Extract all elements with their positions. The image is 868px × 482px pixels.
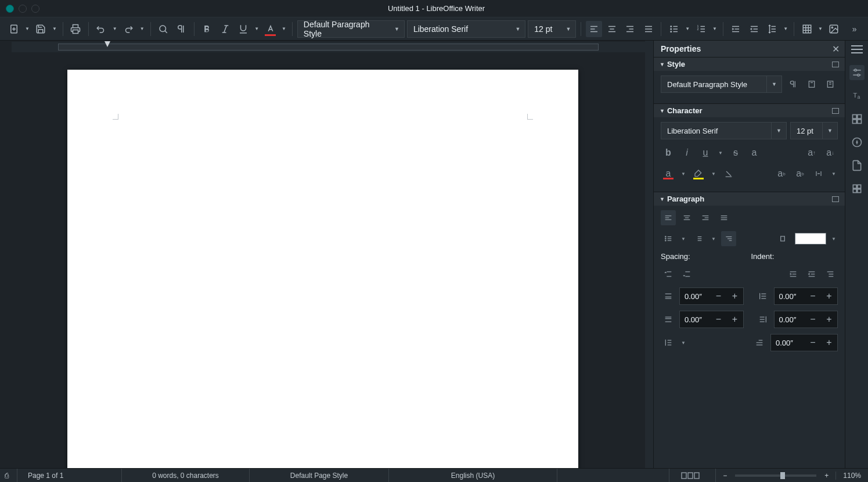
- increase-indent-small-button[interactable]: [786, 267, 801, 282]
- insert-table-button[interactable]: [799, 21, 815, 37]
- undo-button[interactable]: [93, 21, 109, 37]
- para-align-left-button[interactable]: [661, 210, 676, 225]
- sidebar-superscript-button[interactable]: ab: [774, 166, 789, 181]
- para-bullet-dropdown[interactable]: ▼: [679, 231, 687, 246]
- bold-button[interactable]: [199, 21, 215, 37]
- sidepanel-menu-button[interactable]: [851, 45, 863, 53]
- new-document-button[interactable]: [6, 21, 21, 37]
- window-minimize-button[interactable]: [19, 5, 27, 13]
- section-detach-icon[interactable]: [832, 62, 839, 67]
- status-language[interactable]: English (USA): [389, 469, 557, 482]
- sidebar-highlight-dropdown[interactable]: ▼: [709, 166, 718, 181]
- bullet-list-dropdown[interactable]: ▼: [684, 26, 691, 31]
- decrease-indent-small-button[interactable]: [804, 267, 819, 282]
- status-insert-mode[interactable]: [557, 469, 669, 482]
- window-maximize-button[interactable]: [31, 5, 39, 13]
- print-button[interactable]: [68, 21, 84, 37]
- font-size-combo[interactable]: 12 pt▼: [528, 20, 576, 38]
- new-document-dropdown[interactable]: ▼: [24, 26, 31, 31]
- insert-table-dropdown[interactable]: ▼: [817, 26, 824, 31]
- sidebar-char-spacing-button[interactable]: [811, 166, 826, 181]
- plus-button[interactable]: +: [821, 314, 837, 325]
- line-spacing-dropdown[interactable]: ▼: [782, 26, 789, 31]
- sidebar-decrease-font-button[interactable]: a↓: [823, 145, 838, 160]
- status-zoom-value[interactable]: 110%: [835, 472, 868, 480]
- plus-button[interactable]: +: [821, 291, 837, 301]
- undo-dropdown[interactable]: ▼: [111, 26, 118, 31]
- decrease-indent-button[interactable]: [746, 21, 762, 37]
- tab-styles-icon[interactable]: Ta: [849, 88, 865, 103]
- sidebar-underline-button[interactable]: u: [698, 145, 713, 160]
- edit-style-button[interactable]: [823, 77, 838, 92]
- para-bullet-list-button[interactable]: [661, 231, 676, 246]
- line-spacing-icon[interactable]: [661, 335, 676, 350]
- font-color-button[interactable]: [262, 21, 278, 37]
- font-color-dropdown[interactable]: ▼: [280, 26, 287, 31]
- underline-button[interactable]: [235, 21, 251, 37]
- align-left-button[interactable]: [586, 21, 602, 37]
- sidebar-font-name-combo[interactable]: Liberation Serif▼: [661, 122, 787, 139]
- zoom-out-button[interactable]: −: [721, 472, 729, 480]
- section-character-header[interactable]: ▼ Character: [654, 103, 845, 117]
- status-page-style[interactable]: Default Page Style: [250, 469, 389, 482]
- redo-dropdown[interactable]: ▼: [139, 26, 146, 31]
- toolbar-overflow-button[interactable]: »: [847, 21, 862, 37]
- sidebar-paragraph-style-combo[interactable]: Default Paragraph Style▼: [661, 75, 782, 93]
- zoom-control[interactable]: − +: [716, 472, 835, 480]
- align-justify-button[interactable]: [640, 21, 656, 37]
- save-dropdown[interactable]: ▼: [51, 26, 58, 31]
- find-button[interactable]: [155, 21, 171, 37]
- sidebar-font-color-dropdown[interactable]: ▼: [679, 166, 687, 181]
- decrease-para-spacing-button[interactable]: [679, 267, 694, 282]
- page-scroll-container[interactable]: [0, 52, 645, 468]
- sidebar-subscript-button[interactable]: ab: [793, 166, 808, 181]
- numbered-list-button[interactable]: 12: [693, 21, 709, 37]
- sidebar-font-color-button[interactable]: a: [661, 166, 676, 181]
- plus-button[interactable]: +: [727, 314, 743, 325]
- new-style-button[interactable]: [786, 77, 801, 92]
- para-align-justify-button[interactable]: [716, 210, 732, 225]
- para-align-right-button[interactable]: [698, 210, 713, 225]
- increase-para-spacing-button[interactable]: [661, 267, 676, 282]
- increase-indent-button[interactable]: [728, 21, 744, 37]
- status-word-count[interactable]: 0 words, 0 characters: [122, 469, 250, 482]
- sidebar-char-spacing-dropdown[interactable]: ▼: [830, 166, 838, 181]
- underline-dropdown[interactable]: ▼: [253, 26, 260, 31]
- para-number-list-button[interactable]: [691, 231, 706, 246]
- zoom-slider[interactable]: [735, 474, 816, 477]
- sidebar-underline-dropdown[interactable]: ▼: [716, 145, 725, 160]
- para-number-dropdown[interactable]: ▼: [709, 231, 718, 246]
- paragraph-style-combo[interactable]: Default Paragraph Style▼: [297, 20, 405, 38]
- para-bg-color-dropdown[interactable]: ▼: [830, 231, 838, 246]
- plus-button[interactable]: +: [821, 337, 837, 348]
- save-button[interactable]: [33, 21, 49, 37]
- italic-button[interactable]: [217, 21, 233, 37]
- tab-page-icon[interactable]: [849, 158, 865, 173]
- section-style-header[interactable]: ▼ Style: [654, 57, 845, 71]
- space-below-spinner[interactable]: 0.00″−+: [679, 311, 744, 328]
- minus-button[interactable]: −: [805, 337, 821, 348]
- status-save-icon[interactable]: ⎙: [0, 469, 17, 482]
- numbered-list-dropdown[interactable]: ▼: [711, 26, 718, 31]
- sidebar-bold-button[interactable]: b: [661, 145, 676, 160]
- minus-button[interactable]: −: [805, 291, 821, 301]
- minus-button[interactable]: −: [711, 314, 727, 325]
- section-paragraph-header[interactable]: ▼ Paragraph: [654, 192, 845, 206]
- sidebar-close-button[interactable]: ✕: [831, 44, 840, 55]
- section-detach-icon[interactable]: [832, 196, 839, 202]
- window-close-button[interactable]: [6, 5, 14, 13]
- insert-image-button[interactable]: [826, 21, 842, 37]
- hanging-indent-button[interactable]: [823, 267, 838, 282]
- zoom-in-button[interactable]: +: [822, 472, 831, 480]
- sidebar-italic-button[interactable]: i: [679, 145, 694, 160]
- tab-navigator-icon[interactable]: [849, 135, 865, 150]
- sidebar-clear-format-button[interactable]: [721, 166, 736, 181]
- plus-button[interactable]: +: [727, 291, 743, 301]
- indent-before-spinner[interactable]: 0.00″−+: [774, 287, 838, 305]
- bullet-list-button[interactable]: [666, 21, 682, 37]
- space-above-spinner[interactable]: 0.00″−+: [679, 287, 744, 305]
- para-outline-button[interactable]: [721, 231, 736, 246]
- tab-style-inspector-icon[interactable]: [849, 181, 865, 196]
- status-selection-mode[interactable]: [669, 469, 716, 482]
- update-style-button[interactable]: [804, 77, 819, 92]
